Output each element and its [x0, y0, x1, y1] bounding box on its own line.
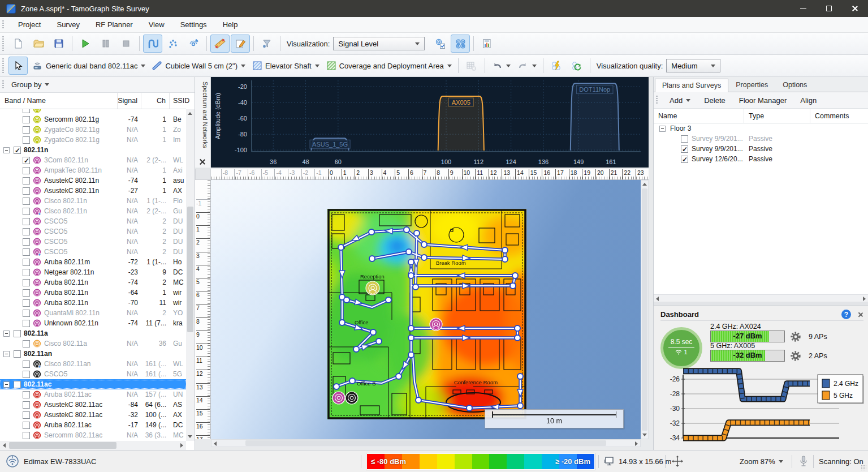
ap-row[interactable]: > 3Com 802.11nN/A2 (2-...WL — [0, 155, 186, 165]
point-by-point-mode-button[interactable] — [163, 35, 183, 53]
ap-row[interactable]: Cisco 802.11anN/A161 (...WL — [0, 359, 186, 369]
ap-list-vertical-scrollbar[interactable] — [186, 109, 195, 441]
tab-plans-and-surveys[interactable]: Plans and Surveys — [655, 79, 728, 92]
checkbox[interactable] — [14, 330, 21, 337]
checkbox[interactable] — [23, 340, 30, 347]
ap-row[interactable]: > Sercomm 802.11acN/A36 (3...MC — [0, 430, 186, 440]
undo-button[interactable] — [489, 57, 513, 75]
checkbox[interactable] — [23, 259, 30, 266]
ap-type-selector[interactable]: Generic dual band 802.11ac — [28, 57, 149, 74]
floor-plan-canvas[interactable]: Reception Break Room Office Office B Con… — [211, 180, 641, 439]
select-aps-for-visualization-button[interactable] — [430, 35, 450, 53]
close-icon[interactable] — [858, 312, 863, 317]
ap-row[interactable]: > — [0, 109, 186, 114]
ap-row[interactable]: > CSCO5N/A161 (...5G — [0, 369, 186, 379]
canvas-vertical-scrollbar[interactable] — [641, 180, 649, 439]
ap-row[interactable]: > ZygateCo 802.11gN/A1Im — [0, 135, 186, 145]
gear-icon[interactable] — [789, 331, 802, 343]
ap-row[interactable]: > Aruba 802.11ac-17149 (...DC — [0, 420, 186, 430]
checkbox[interactable] — [23, 299, 30, 307]
panel-splitter[interactable] — [654, 302, 868, 306]
ap-row[interactable]: > AmpakTec 802.11nN/A1Axi — [0, 165, 186, 175]
checkbox[interactable] — [23, 187, 30, 195]
group-by-button[interactable]: Group by — [11, 80, 41, 89]
ap-row[interactable]: > Aruba 802.11acN/A157 (...UN — [0, 389, 186, 400]
column-name[interactable]: Name — [654, 109, 744, 123]
select-tool-button[interactable] — [8, 57, 28, 75]
checkbox[interactable] — [23, 136, 30, 144]
ap-row[interactable]: > Aruba 802.11n-7011wir — [0, 298, 186, 308]
survey-row[interactable]: Survey 12/6/20... Passive — [654, 154, 868, 164]
checkbox[interactable] — [14, 350, 21, 358]
checkbox[interactable] — [681, 145, 688, 153]
ap-table-header[interactable]: Band / Name Signal Ch SSID — [0, 93, 186, 109]
column-comments[interactable]: Comments — [810, 109, 868, 123]
checkbox[interactable] — [681, 156, 688, 163]
expander-icon[interactable] — [659, 126, 666, 132]
checkbox[interactable] — [23, 109, 30, 113]
align-button[interactable]: Align — [793, 96, 823, 105]
checkbox[interactable] — [23, 126, 30, 134]
wall-type-selector[interactable]: Cubicle Wall 5 cm (2") — [149, 57, 249, 74]
ap-row[interactable]: > Aruba 802.11m-721 (1-...Ho — [0, 257, 186, 267]
stop-survey-button[interactable] — [116, 35, 136, 53]
ap-row[interactable]: Cisco 802.11nN/A2 (2-...Gu — [0, 206, 186, 216]
new-project-button[interactable] — [8, 35, 28, 53]
resize-grip[interactable] — [861, 465, 866, 470]
spectrum-chart[interactable]: 36 48 60 100 112 124 136 149 161 -20 -40… — [211, 77, 649, 168]
attenuation-zone-selector[interactable]: Elevator Shaft — [249, 57, 323, 74]
help-icon[interactable]: ? — [841, 310, 851, 319]
surveys-horizontal-scrollbar[interactable] — [654, 294, 868, 302]
band-group-row[interactable]: 802.11an — [0, 349, 186, 359]
checkbox[interactable] — [14, 147, 21, 154]
menu-help[interactable]: Help — [215, 20, 246, 29]
expander-icon[interactable] — [3, 147, 10, 153]
close-button[interactable] — [842, 0, 868, 17]
all-aps-visualization-button[interactable] — [451, 35, 470, 53]
area-type-selector[interactable]: Coverage and Deployment Area — [323, 57, 455, 74]
ap-row[interactable]: > Aruba 802.11n-641wir — [0, 288, 186, 298]
checkbox[interactable] — [23, 361, 30, 368]
menu-settings[interactable]: Settings — [172, 20, 215, 29]
gps-mode-button[interactable] — [184, 35, 203, 53]
checkbox[interactable] — [23, 248, 30, 256]
ap-row[interactable]: > QuantaMi 802.11nN/A2YO — [0, 308, 186, 318]
surveys-table-header[interactable]: Name Type Comments — [654, 109, 868, 123]
ap-row[interactable]: > AsustekC 802.11n-741asu — [0, 175, 186, 186]
floor-plan[interactable]: Reception Break Room Office Office B Con… — [325, 207, 529, 422]
menu-survey[interactable]: Survey — [49, 20, 87, 29]
redo-button[interactable] — [515, 57, 539, 75]
start-survey-button[interactable] — [76, 35, 95, 53]
ap-row[interactable]: > Cisco 802.11nN/A1 (1-...Flo — [0, 196, 186, 206]
ap-row[interactable]: > CSCO5N/A2DU — [0, 226, 186, 237]
column-channel[interactable]: Ch — [141, 93, 170, 109]
ap-row[interactable]: > Sercomm 802.11g-741Be — [0, 114, 186, 125]
menu-rf-planner[interactable]: RF Planner — [88, 20, 141, 29]
tab-properties[interactable]: Properties — [728, 78, 775, 92]
column-type[interactable]: Type — [744, 109, 810, 123]
calibrate-tool-button[interactable] — [210, 35, 230, 53]
ap-row[interactable]: > AsustekC 802.11n-271AX — [0, 186, 186, 196]
edit-plan-button[interactable] — [231, 35, 250, 53]
checkbox[interactable] — [23, 320, 30, 327]
open-project-button[interactable] — [29, 35, 48, 53]
checkbox[interactable] — [23, 391, 30, 398]
ap-list-horizontal-scrollbar[interactable] — [0, 441, 186, 450]
maximize-button[interactable] — [816, 0, 842, 17]
ap-row[interactable]: > Cisco 802.11aN/A36Gu — [0, 338, 186, 349]
voice-control-button[interactable] — [798, 450, 809, 472]
checkbox[interactable] — [23, 167, 30, 174]
checkbox[interactable] — [23, 411, 30, 419]
ap-row[interactable]: > AsustekC 802.11ac-32100 (...AX — [0, 410, 186, 420]
report-button[interactable] — [477, 35, 496, 53]
band-group-row[interactable]: 802.11n — [0, 145, 186, 155]
checkbox[interactable] — [23, 289, 30, 297]
ap-row[interactable]: > Netgear 802.11n-239DC — [0, 267, 186, 277]
expander-icon[interactable] — [3, 351, 10, 357]
survey-row[interactable]: Survey 9/9/201... Passive — [654, 134, 868, 144]
floor-row[interactable]: Floor 3 — [654, 123, 868, 134]
ap-row[interactable]: > CSCO5N/A2DU — [0, 216, 186, 226]
checkbox[interactable] — [23, 228, 30, 235]
visualization-select[interactable]: Signal Level — [333, 37, 425, 50]
checkbox[interactable] — [23, 371, 30, 378]
